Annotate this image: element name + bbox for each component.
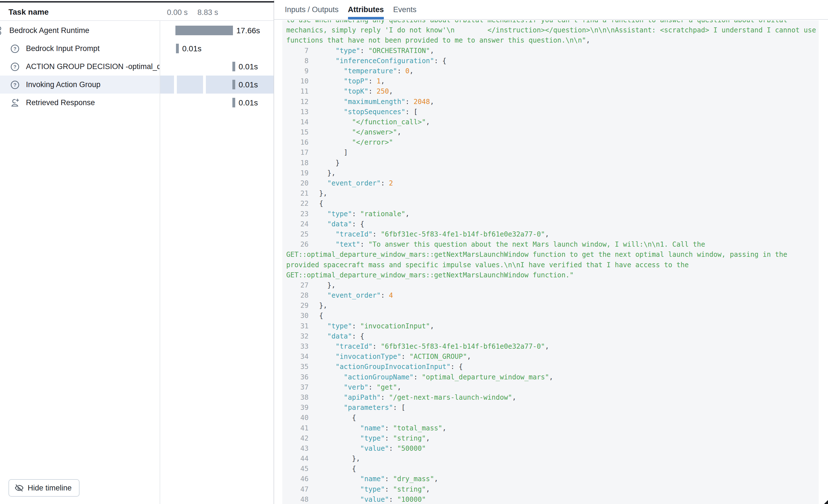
json-punctuation: , (467, 353, 471, 361)
code-line-43: 43"value": "50000" (286, 444, 819, 454)
code-line-32: 32"data": { (286, 331, 819, 341)
json-key: "traceId" (336, 342, 373, 350)
trace-viewer: Task name 0.00 s 8.83 s Bedrock Agent Ru… (0, 0, 828, 504)
json-key: "actionGroupInvocationInput" (336, 363, 451, 371)
duration-label: 0.01s (239, 80, 258, 89)
line-number: 48 (286, 494, 308, 504)
json-punctuation: , (397, 383, 401, 391)
json-punctuation: : (352, 322, 360, 330)
span-details-panel: Inputs / OutputsAttributesEvents to use … (274, 0, 828, 504)
duration-label: 0.01s (239, 62, 258, 71)
line-number: 9 (286, 66, 308, 76)
json-punctuation: }, (352, 455, 360, 463)
task-row-action-group-decision-optimal-de[interactable]: ?ACTION GROUP DECISION -optimal_de0.01s (0, 57, 274, 76)
task-name-cell: Bedrock Agent Runtime (0, 21, 160, 40)
code-line-13: 13"stopSequences": [ (286, 107, 819, 117)
line-number: 29 (286, 301, 308, 311)
line-number: 23 (286, 209, 308, 219)
duration-bar (176, 44, 179, 53)
line-number: 46 (286, 474, 308, 484)
json-string: to use when anwering any questions about… (286, 20, 787, 24)
line-number: 22 (286, 198, 308, 209)
json-punctuation: , (397, 128, 401, 136)
hide-timeline-label: Hide timeline (28, 484, 72, 493)
json-string: functions that have not been provided to… (286, 36, 586, 44)
json-punctuation: , (545, 230, 549, 238)
code-line-16: 16"</error>" (286, 137, 819, 147)
json-punctuation: : { (434, 57, 447, 65)
json-punctuation: : (397, 67, 405, 75)
json-key: "temperature" (344, 67, 397, 75)
task-label: ACTION GROUP DECISION -optimal_de (26, 62, 160, 71)
json-punctuation: , (545, 342, 549, 350)
timeline-cell: 0.01s (160, 57, 274, 76)
json-punctuation: , (512, 394, 516, 401)
json-punctuation: }, (319, 302, 327, 310)
json-punctuation: : (352, 210, 360, 218)
question-circle-icon: ? (10, 80, 20, 90)
timeline-cell: 0.01s (160, 76, 274, 94)
task-name-column-header: Task name (8, 8, 49, 17)
json-string: "To answer this question about the next … (368, 240, 705, 248)
code-line-28: 28"event_order": 4 (286, 290, 819, 301)
json-punctuation: : [ (393, 404, 406, 412)
duration-label: 0.01s (182, 44, 202, 53)
json-punctuation: : (381, 179, 389, 187)
json-string: "rationale" (360, 210, 405, 218)
json-string: "ORCHESTRATION" (368, 47, 430, 55)
json-punctuation: { (319, 199, 323, 208)
code-line-33: 33"traceId": "6fbf31ec-5f83-4fe1-b14f-bf… (286, 341, 819, 352)
json-punctuation: : (405, 98, 413, 106)
task-row-invoking-action-group[interactable]: ?Invoking Action Group0.01s (0, 76, 274, 94)
attributes-json-viewer[interactable]: to use when anwering any questions about… (282, 20, 819, 504)
line-number: 16 (286, 137, 308, 147)
code-line-35: 35"actionGroupInvocationInput": { (286, 362, 819, 372)
task-row-retrieved-response[interactable]: Retrieved Response0.01s (0, 94, 274, 111)
json-number: 250 (376, 87, 389, 95)
code-line-48: 48"value": "10000" (286, 494, 819, 504)
json-key: "actionGroupName" (344, 373, 414, 381)
code-line-31: 31"type": "invocationInput", (286, 321, 819, 331)
code-line-10: 10"topP": 1, (286, 76, 819, 86)
tab-events[interactable]: Events (393, 0, 417, 19)
task-row-bedrock-input-prompt[interactable]: ?Bedrock Input Prompt0.01s (0, 40, 274, 57)
json-number: 1 (376, 77, 381, 85)
line-number: 34 (286, 352, 308, 362)
json-key: "parameters" (344, 404, 393, 412)
code-line-26: 26"text": "To answer this question about… (286, 239, 819, 249)
task-name-cell: ?Invoking Action Group (0, 76, 160, 94)
json-punctuation: : (385, 424, 393, 432)
line-number: 20 (286, 178, 308, 188)
selected-timeline-segment (177, 76, 203, 94)
json-key: "name" (360, 424, 385, 432)
tab-attributes[interactable]: Attributes (348, 0, 384, 19)
json-key: "text" (336, 240, 360, 248)
json-string: "string" (393, 486, 426, 493)
code-line-8: 8"inferenceConfiguration": { (286, 56, 819, 66)
code-line-40: 40{ (286, 413, 819, 423)
line-number: 39 (286, 403, 308, 413)
panel-divider[interactable] (274, 0, 274, 504)
duration-bar (233, 98, 235, 107)
json-string: mechanics, simply reply 'I do not know'\… (286, 26, 816, 34)
tab-inputs-outputs[interactable]: Inputs / Outputs (285, 0, 339, 19)
json-punctuation: : (368, 77, 376, 85)
json-punctuation: { (319, 312, 323, 320)
task-label: Invoking Action Group (26, 80, 100, 89)
json-number: 4 (389, 291, 393, 300)
json-string: "dry_mass" (393, 475, 434, 483)
code-line-14: 14"</function_call>", (286, 117, 819, 127)
code-line-12: 12"maximumLength": 2048, (286, 97, 819, 107)
json-string: "</answer>" (352, 128, 397, 136)
duration-bar (175, 26, 233, 35)
json-string: "6fbf31ec-5f83-4fe1-b14f-bf61e0e32a77-0" (381, 230, 545, 238)
code-line-47: 47"type": "string", (286, 484, 819, 494)
hide-timeline-button[interactable]: Hide timeline (8, 479, 80, 497)
agent-nodes-icon (0, 26, 4, 36)
code-line-41: 41"name": "total_mass", (286, 423, 819, 433)
line-number: 21 (286, 188, 308, 198)
task-row-bedrock-agent-runtime[interactable]: Bedrock Agent Runtime17.66s (0, 21, 274, 40)
json-key: "type" (360, 434, 385, 442)
task-list-header: Task name 0.00 s 8.83 s (0, 3, 274, 21)
code-line-wrap: to use when anwering any questions about… (286, 20, 819, 25)
